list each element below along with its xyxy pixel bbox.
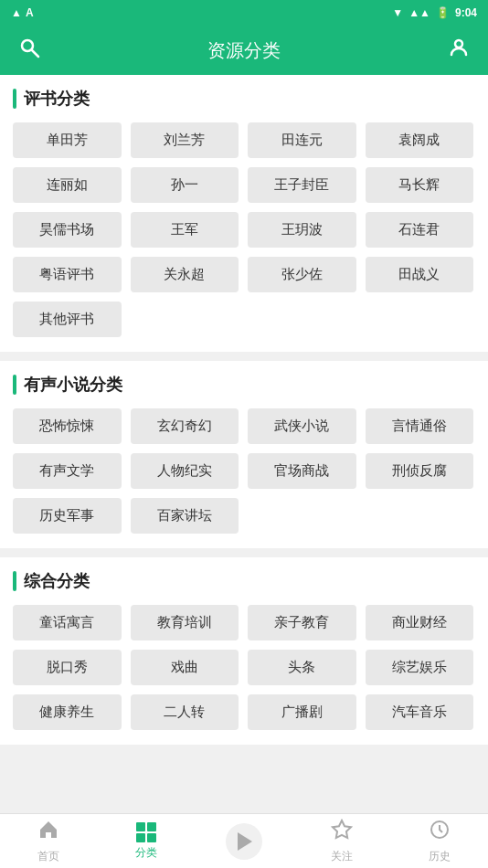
section-zonghe: 综合分类 童话寓言 教育培训 亲子教育 商业财经 脱口秀 戏曲 头条 综艺娱乐 … (0, 557, 488, 745)
page-title: 资源分类 (207, 38, 281, 63)
tag-jiaoyu[interactable]: 教育培训 (131, 605, 239, 640)
tag-qicheyinyue[interactable]: 汽车音乐 (366, 694, 474, 730)
category-icon (136, 822, 156, 842)
tag-sunyi[interactable]: 孙一 (131, 167, 239, 203)
time-display: 9:04 (455, 6, 477, 19)
nav-category[interactable]: 分类 (98, 814, 196, 868)
nav-history-label: 历史 (429, 849, 451, 864)
tag-yanqing[interactable]: 言情通俗 (366, 408, 474, 444)
status-right: ▼ ▲▲ 🔋 9:04 (392, 6, 477, 19)
bottom-nav: 首页 分类 关注 历史 (0, 813, 488, 868)
tag-shangye[interactable]: 商业财经 (366, 605, 474, 640)
tag-shilianjun[interactable]: 石连君 (366, 212, 474, 248)
tag-zhangshaozuo[interactable]: 张少佐 (248, 257, 356, 292)
section-bar-yousheng (13, 375, 16, 395)
tag-youshengwenxue[interactable]: 有声文学 (13, 453, 122, 489)
tag-yueyupingshu[interactable]: 粤语评书 (13, 257, 122, 292)
tag-wangjun[interactable]: 王军 (131, 212, 239, 248)
section-yousheng: 有声小说分类 恐怖惊悚 玄幻奇幻 武侠小说 言情通俗 有声文学 人物纪实 官场商… (0, 361, 488, 548)
status-left: ▲ A (11, 6, 34, 19)
tag-errenzhuan[interactable]: 二人转 (131, 694, 239, 730)
tag-yuankuocheng[interactable]: 袁阔成 (366, 122, 474, 158)
section-bar-pingshu (13, 89, 16, 109)
nav-follow[interactable]: 关注 (292, 814, 390, 868)
nav-history[interactable]: 历史 (390, 814, 488, 868)
section-bar-zonghe (13, 571, 16, 591)
tag-toutiao[interactable]: 头条 (248, 650, 356, 685)
battery-icon: 🔋 (436, 6, 450, 19)
tag-qinzi[interactable]: 亲子教育 (248, 605, 356, 640)
play-triangle-icon (238, 832, 252, 851)
tag-xuanhuan[interactable]: 玄幻奇幻 (131, 408, 239, 444)
tag-guanchang[interactable]: 官场商战 (248, 453, 356, 489)
tag-grid-zonghe: 童话寓言 教育培训 亲子教育 商业财经 脱口秀 戏曲 头条 综艺娱乐 健康养生 … (13, 605, 475, 730)
tag-grid-pingshu: 单田芳 刘兰芳 田连元 袁阔成 连丽如 孙一 王子封臣 马长辉 昊儒书场 王军 … (13, 122, 475, 337)
play-button-circle[interactable] (226, 823, 262, 860)
tag-lianlieru[interactable]: 连丽如 (13, 167, 122, 203)
history-icon (429, 819, 451, 846)
section-title-pingshu: 评书分类 (24, 88, 90, 110)
tag-guangboju[interactable]: 广播剧 (248, 694, 356, 730)
tag-liulanfang[interactable]: 刘兰芳 (131, 122, 239, 158)
star-icon (331, 819, 353, 846)
section-pingshu: 评书分类 单田芳 刘兰芳 田连元 袁阔成 连丽如 孙一 王子封臣 马长辉 昊儒书… (0, 75, 488, 352)
tag-qitapingshu[interactable]: 其他评书 (13, 302, 122, 337)
tag-tianliangyuan[interactable]: 田连元 (248, 122, 356, 158)
section-header-yousheng: 有声小说分类 (13, 374, 475, 396)
tag-tonghua[interactable]: 童话寓言 (13, 605, 122, 640)
svg-marker-3 (333, 820, 351, 838)
status-bar: ▲ A ▼ ▲▲ 🔋 9:04 (0, 0, 488, 26)
android-icon: ▲ (11, 6, 22, 19)
section-title-zonghe: 综合分类 (24, 570, 90, 592)
tag-lishi[interactable]: 历史军事 (13, 498, 122, 534)
nav-category-label: 分类 (135, 845, 157, 861)
svg-line-1 (32, 50, 38, 57)
tag-xiqu[interactable]: 戏曲 (131, 650, 239, 685)
nav-play[interactable] (196, 814, 293, 868)
main-scroll: 评书分类 单田芳 刘兰芳 田连元 袁阔成 连丽如 孙一 王子封臣 马长辉 昊儒书… (0, 75, 488, 813)
tag-grid-yousheng: 恐怖惊悚 玄幻奇幻 武侠小说 言情通俗 有声文学 人物纪实 官场商战 刑侦反腐 … (13, 408, 475, 534)
tag-tuokouxiu[interactable]: 脱口秀 (13, 650, 122, 685)
tag-wangyuebo[interactable]: 王玥波 (248, 212, 356, 248)
user-icon[interactable] (444, 37, 473, 64)
tag-baijia[interactable]: 百家讲坛 (131, 498, 239, 534)
tag-xingzhen[interactable]: 刑侦反腐 (366, 453, 474, 489)
tag-renwujishi[interactable]: 人物纪实 (131, 453, 239, 489)
tag-jiankang[interactable]: 健康养生 (13, 694, 122, 730)
nav-follow-label: 关注 (331, 849, 353, 864)
wifi-icon: ▼ (392, 6, 403, 19)
tag-kongbu[interactable]: 恐怖惊悚 (13, 408, 122, 444)
notification-icon: A (26, 6, 34, 19)
tag-zongyi[interactable]: 综艺娱乐 (366, 650, 474, 685)
section-header-zonghe: 综合分类 (13, 570, 475, 592)
tag-guanyongchao[interactable]: 关永超 (131, 257, 239, 292)
tag-wuxia[interactable]: 武侠小说 (248, 408, 356, 444)
tag-machanghui[interactable]: 马长辉 (366, 167, 474, 203)
tag-dantianfang[interactable]: 单田芳 (13, 122, 122, 158)
section-title-yousheng: 有声小说分类 (24, 374, 122, 396)
section-header-pingshu: 评书分类 (13, 88, 475, 110)
app-header: 资源分类 (0, 26, 488, 75)
signal-icon: ▲▲ (408, 6, 430, 19)
nav-home-label: 首页 (37, 849, 59, 864)
nav-home[interactable]: 首页 (0, 814, 98, 868)
search-icon[interactable] (15, 37, 44, 64)
tag-tianzhanyi[interactable]: 田战义 (366, 257, 474, 292)
svg-point-2 (455, 40, 462, 48)
tag-haorushuchang[interactable]: 昊儒书场 (13, 212, 122, 248)
home-icon (37, 819, 59, 846)
tag-wangzifengchen[interactable]: 王子封臣 (248, 167, 356, 203)
